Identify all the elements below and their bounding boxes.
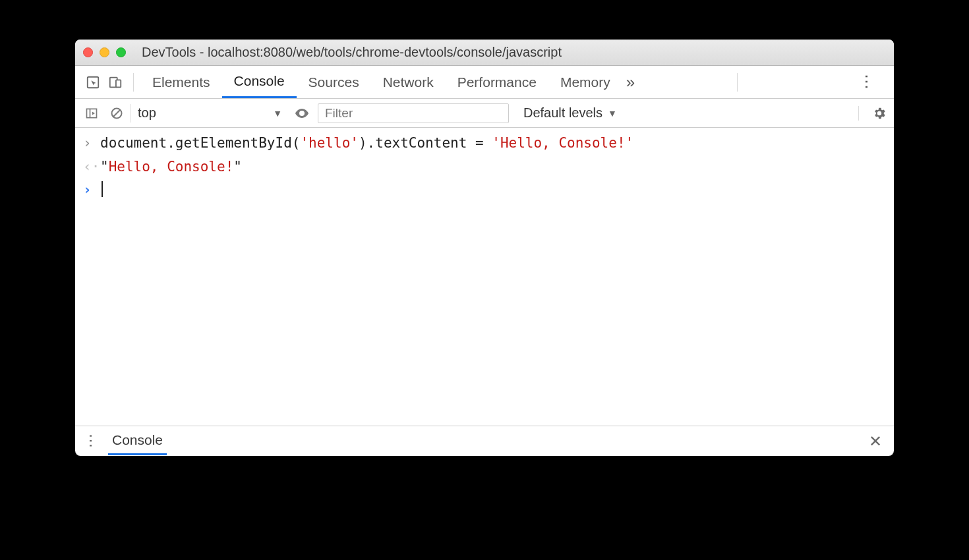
toggle-sidebar-icon[interactable] [80, 107, 103, 120]
log-levels-select[interactable]: Default levels ▼ [523, 105, 617, 121]
log-levels-label: Default levels [523, 105, 602, 121]
more-tabs-button[interactable]: » [626, 73, 635, 92]
console-output[interactable]: › document.getElementById('hello').textC… [75, 128, 894, 426]
tab-elements[interactable]: Elements [140, 66, 222, 98]
console-input-row: › document.getElementById('hello').textC… [75, 132, 894, 155]
tab-performance[interactable]: Performance [446, 66, 548, 98]
console-prompt-row[interactable]: › [75, 179, 894, 202]
minimize-window-button[interactable] [100, 47, 109, 57]
prompt-chevron-icon: › [83, 179, 100, 202]
separator [133, 73, 134, 92]
clear-console-icon[interactable] [105, 107, 128, 120]
live-expression-icon[interactable] [294, 105, 310, 121]
tab-network[interactable]: Network [371, 66, 446, 98]
customize-menu-button[interactable]: ⋯ [846, 73, 887, 92]
inspect-element-icon[interactable] [82, 75, 104, 90]
execution-context-label: top [138, 105, 156, 121]
svg-point-8 [301, 112, 303, 115]
console-result-value: "Hello, Console!" [100, 155, 242, 179]
console-input-code: document.getElementById('hello').textCon… [100, 132, 633, 155]
console-prompt-input[interactable] [100, 179, 103, 202]
filter-input[interactable] [318, 103, 509, 123]
svg-line-7 [113, 110, 120, 117]
chevron-down-icon: ▼ [608, 108, 617, 119]
svg-marker-5 [92, 111, 95, 115]
chevron-down-icon: ▼ [273, 108, 282, 119]
titlebar: DevTools - localhost:8080/web/tools/chro… [75, 40, 894, 66]
window-controls [83, 47, 126, 57]
toggle-device-toolbar-icon[interactable] [104, 75, 127, 90]
drawer-menu-button[interactable]: ⋯ [83, 433, 99, 450]
tab-memory[interactable]: Memory [548, 66, 622, 98]
drawer: ⋯ Console ✕ [75, 426, 894, 456]
devtools-window: DevTools - localhost:8080/web/tools/chro… [75, 40, 894, 456]
tab-console[interactable]: Console [222, 66, 297, 98]
zoom-window-button[interactable] [116, 47, 126, 57]
window-title: DevTools - localhost:8080/web/tools/chro… [142, 45, 562, 60]
execution-context-select[interactable]: top ▼ [131, 104, 289, 123]
input-chevron-icon: › [83, 132, 100, 155]
svg-rect-2 [116, 80, 121, 87]
console-toolbar: top ▼ Default levels ▼ [75, 99, 894, 128]
output-chevron-icon: ‹· [83, 155, 100, 179]
separator [737, 73, 738, 92]
console-result-row: ‹· "Hello, Console!" [75, 155, 894, 179]
close-window-button[interactable] [83, 47, 93, 57]
main-tabs: ElementsConsoleSourcesNetworkPerformance… [75, 66, 894, 99]
console-settings-icon[interactable] [858, 106, 889, 121]
drawer-tab-console[interactable]: Console [108, 432, 167, 455]
tab-sources[interactable]: Sources [297, 66, 371, 98]
svg-rect-3 [87, 109, 97, 117]
close-drawer-icon[interactable]: ✕ [865, 432, 886, 451]
